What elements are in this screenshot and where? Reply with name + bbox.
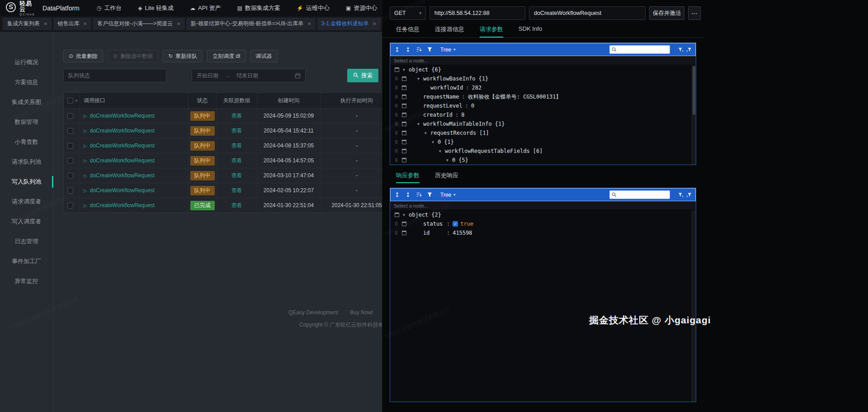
caret-down-icon[interactable]: ▼ <box>403 213 409 217</box>
drag-handle-icon[interactable]: ⠿ <box>395 131 402 136</box>
node-menu-icon[interactable] <box>402 122 406 126</box>
row-checkbox[interactable] <box>67 143 73 149</box>
drag-handle-icon[interactable]: ⠿ <box>395 85 402 90</box>
api-link[interactable]: doCreateWorkflowRequest <box>90 172 155 179</box>
caret-down-icon[interactable]: ▼ <box>446 158 452 162</box>
node-menu-icon[interactable] <box>402 231 406 235</box>
tab-response-params[interactable]: 响应参数 <box>396 171 420 183</box>
select-node-bar[interactable]: Select a node... <box>390 201 696 210</box>
tree-node[interactable]: ⠿ ▼ 0 {1} <box>390 137 696 147</box>
node-value[interactable]: true <box>460 221 473 227</box>
sidebar-item-request-scheduler[interactable]: 请求调度者 <box>0 192 53 212</box>
scrollbar-thumb[interactable] <box>693 66 695 115</box>
tree-node[interactable]: ⠿ creatorId : 8 <box>390 110 696 119</box>
api-link[interactable]: doCreateWorkflowRequest <box>90 157 155 164</box>
drag-handle-icon[interactable]: ⠿ <box>395 122 402 127</box>
save-activate-button[interactable]: 保存并激活 <box>649 6 684 20</box>
drag-handle-icon[interactable]: ⠿ <box>395 76 402 81</box>
node-menu-icon[interactable] <box>402 149 406 153</box>
batch-delete-button[interactable]: ⊙批量删除 <box>63 50 103 62</box>
url-input[interactable] <box>429 6 525 20</box>
drag-handle-icon[interactable]: ⠿ <box>395 231 402 236</box>
date-range-picker[interactable]: 开始日期 → 结束日期 <box>192 69 306 82</box>
footer-link-dev[interactable]: QEasy Development <box>288 309 338 317</box>
footer-link-buy[interactable]: Buy Now! <box>350 309 373 317</box>
node-value[interactable]: 282 <box>472 85 481 91</box>
row-checkbox[interactable] <box>67 113 73 119</box>
view-link[interactable]: 查看 <box>231 112 242 120</box>
close-icon[interactable]: × <box>84 20 87 27</box>
delete-selected-button[interactable]: ⊙删除选中数据 <box>108 50 158 62</box>
requeue-button[interactable]: ↻重新排队 <box>163 50 203 62</box>
tab-kingdee-receipt-notice[interactable]: 3-1.金蝶收料通知单× <box>317 18 381 30</box>
close-icon[interactable]: × <box>307 20 311 27</box>
node-menu-icon[interactable] <box>395 67 399 72</box>
sidebar-item-plan-info[interactable]: 方案信息 <box>0 72 53 92</box>
nav-item-lite-integration[interactable]: ◈Lite 轻集成 <box>138 4 174 12</box>
node-menu-icon[interactable] <box>402 104 406 108</box>
tree-node[interactable]: ⠿ ▼ workflowBaseInfo {1} <box>390 74 696 83</box>
expand-all-icon[interactable] <box>394 192 400 198</box>
tab-connector-info[interactable]: 连接器信息 <box>435 25 464 38</box>
filter-icon[interactable] <box>427 47 433 52</box>
tab-sales-outbound[interactable]: 销售出库× <box>53 18 92 30</box>
node-menu-icon[interactable] <box>402 140 406 144</box>
scrollbar[interactable] <box>692 210 696 402</box>
api-link[interactable]: doCreateWorkflowRequest <box>90 113 155 119</box>
view-link[interactable]: 查看 <box>231 202 242 209</box>
filter-prev-icon[interactable] <box>686 47 692 52</box>
node-menu-icon[interactable] <box>402 85 406 90</box>
drag-handle-icon[interactable]: ⠿ <box>395 149 402 154</box>
drag-handle-icon[interactable]: ⠿ <box>395 113 402 118</box>
sidebar-item-relation-graph[interactable]: 集成关系图 <box>0 92 53 112</box>
sidebar-item-run-overview[interactable]: 运行概况 <box>0 52 53 72</box>
sidebar-item-write-scheduler[interactable]: 写入调度者 <box>0 212 53 232</box>
node-menu-icon[interactable] <box>402 131 406 135</box>
api-link[interactable]: doCreateWorkflowRequest <box>90 128 155 134</box>
view-link[interactable]: 查看 <box>231 187 242 194</box>
tree-search-input[interactable] <box>618 192 668 198</box>
node-menu-icon[interactable] <box>402 222 406 226</box>
drag-handle-icon[interactable]: ⠿ <box>395 158 402 163</box>
nav-item-data-integration[interactable]: ▤数据集成方案 <box>237 4 280 12</box>
tab-request-params[interactable]: 请求参数 <box>480 25 503 38</box>
close-icon[interactable]: × <box>373 20 376 27</box>
select-all-checkbox[interactable] <box>67 98 73 104</box>
tree-node[interactable]: ⠿ requestName : 收料验收【金蝶单号: CGSL000131】 <box>390 92 696 101</box>
sort-icon[interactable] <box>416 47 422 52</box>
node-menu-icon[interactable] <box>402 95 406 99</box>
expand-all-icon[interactable] <box>394 47 400 52</box>
tree-search-input[interactable] <box>618 47 668 52</box>
tree-node[interactable]: ⠿ id : 415598 <box>390 228 696 237</box>
node-menu-icon[interactable] <box>395 213 399 217</box>
caret-down-icon[interactable]: ▼ <box>432 140 438 144</box>
drag-handle-icon[interactable]: ⠿ <box>395 222 402 227</box>
tree-node[interactable]: ⠿ ▼ workflowMainTableInfo {1} <box>390 119 696 128</box>
collapse-all-icon[interactable] <box>405 47 411 52</box>
view-link[interactable]: 查看 <box>231 142 242 150</box>
row-checkbox[interactable] <box>67 128 73 134</box>
node-value[interactable]: 收料验收【金蝶单号: CGSL000131】 <box>468 93 561 101</box>
caret-down-icon[interactable]: ▼ <box>403 68 409 72</box>
node-menu-icon[interactable] <box>402 158 406 162</box>
method-select[interactable]: GET ▾ <box>390 6 426 20</box>
api-link[interactable]: doCreateWorkflowRequest <box>90 142 155 149</box>
filter-prev-icon[interactable] <box>686 192 692 198</box>
sidebar-item-request-queue[interactable]: 请求队列池 <box>0 152 53 172</box>
row-checkbox[interactable] <box>67 188 73 194</box>
sidebar-item-exception-monitor[interactable]: 异常监控 <box>0 271 53 291</box>
sidebar-item-data-management[interactable]: 数据管理 <box>0 112 53 132</box>
collapse-all-icon[interactable] <box>405 192 411 198</box>
brand-logo[interactable]: 轻易云 QCloud DataPlatform <box>5 0 80 16</box>
node-value[interactable]: 0 <box>471 103 474 109</box>
view-link[interactable]: 查看 <box>231 172 242 180</box>
drag-handle-icon[interactable]: ⠿ <box>395 95 402 99</box>
tree-node[interactable]: ▼ object {6} <box>390 65 696 74</box>
tree-node[interactable]: ▼ object {2} <box>390 210 696 219</box>
view-link[interactable]: 查看 <box>231 157 242 165</box>
sort-icon[interactable] <box>416 192 422 198</box>
sidebar-item-query[interactable]: 小青查数 <box>0 132 53 152</box>
row-checkbox[interactable] <box>67 173 73 179</box>
row-checkbox[interactable] <box>67 203 73 208</box>
tree-node[interactable]: ⠿ ▼ workflowRequestTableFields [6] <box>390 147 696 156</box>
